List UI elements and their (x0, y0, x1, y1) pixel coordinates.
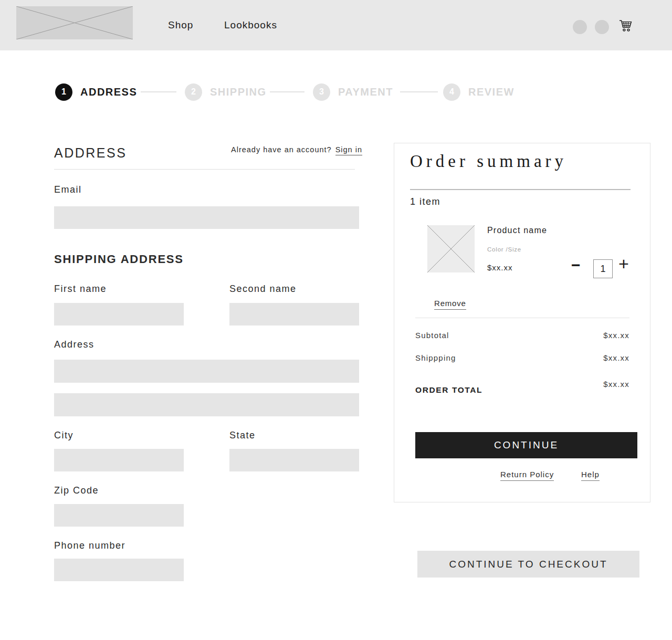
subtotal-value: $xx.xx (603, 331, 629, 340)
second-name-field[interactable] (229, 303, 359, 326)
quantity-decrease-button[interactable]: − (571, 257, 581, 273)
section-divider (54, 169, 355, 170)
image-placeholder-x-icon (427, 225, 475, 272)
cart-icon[interactable] (618, 18, 633, 34)
phone-number-label: Phone number (54, 540, 125, 551)
help-link[interactable]: Help (581, 470, 600, 481)
zip-code-label: Zip Code (54, 485, 99, 496)
address-line2-field[interactable] (54, 393, 359, 416)
step-label: PAYMENT (338, 86, 393, 98)
stepper-step-shipping[interactable]: 2 SHIPPING (185, 83, 267, 101)
signin-prompt-text: Already have an account? (231, 145, 332, 154)
order-total-value: $xx.xx (603, 380, 629, 389)
product-price: $xx.xx (487, 263, 513, 272)
continue-to-checkout-button[interactable]: CONTINUE TO CHECKOUT (417, 551, 639, 578)
summary-divider (415, 318, 629, 318)
title-divider (410, 189, 631, 190)
continue-button[interactable]: CONTINUE (415, 432, 637, 458)
dot-placeholder-icon[interactable] (573, 20, 587, 34)
zip-code-field[interactable] (54, 504, 184, 527)
quantity-increase-button[interactable]: + (618, 255, 629, 272)
city-field[interactable] (54, 449, 184, 471)
address-form: ADDRESS Already have an account?Sign in … (54, 141, 359, 587)
logo-placeholder[interactable] (16, 6, 133, 39)
email-label: Email (54, 184, 82, 195)
step-number-badge: 4 (443, 83, 460, 101)
order-total-label: ORDER TOTAL (415, 385, 482, 395)
dot-placeholder-icon[interactable] (595, 20, 609, 34)
stepper-connector (400, 91, 438, 92)
order-summary-card: Order summary 1 item Product name Color … (394, 143, 650, 502)
shipping-value: $xx.xx (603, 353, 629, 362)
stepper-step-payment[interactable]: 3 PAYMENT (313, 83, 393, 101)
phone-number-field[interactable] (54, 559, 184, 581)
item-count: 1 item (410, 196, 440, 207)
step-number-badge: 3 (313, 83, 330, 101)
step-label: ADDRESS (80, 86, 137, 98)
nav-link-shop[interactable]: Shop (168, 0, 193, 50)
address-section-title: ADDRESS (54, 145, 127, 161)
stepper-step-address[interactable]: 1 ADDRESS (55, 83, 137, 101)
image-placeholder-x-icon (16, 6, 133, 39)
signin-prompt: Already have an account?Sign in (231, 145, 362, 154)
shipping-address-section-title: SHIPPING ADDRESS (54, 253, 184, 266)
product-thumbnail (427, 225, 475, 272)
address-label: Address (54, 339, 94, 350)
step-label: REVIEW (468, 86, 514, 98)
address-line1-field[interactable] (54, 360, 359, 383)
step-label: SHIPPING (210, 86, 267, 98)
state-field[interactable] (229, 449, 359, 471)
stepper-connector (141, 91, 176, 92)
stepper-step-review[interactable]: 4 REVIEW (443, 83, 514, 101)
product-name: Product name (487, 226, 547, 235)
signin-link[interactable]: Sign in (335, 145, 362, 155)
nav-link-lookbooks[interactable]: Lookbooks (224, 0, 277, 50)
subtotal-label: Subtotal (415, 331, 449, 340)
quantity-input[interactable]: 1 (593, 259, 613, 278)
remove-item-link[interactable]: Remove (434, 299, 466, 310)
return-policy-link[interactable]: Return Policy (500, 470, 554, 481)
shipping-label: Shippping (415, 353, 456, 362)
city-label: City (54, 430, 74, 441)
step-number-badge: 1 (55, 83, 72, 101)
first-name-label: First name (54, 284, 107, 295)
product-variant: Color /Size (487, 246, 521, 253)
order-summary-title: Order summary (410, 152, 567, 171)
stepper-connector (270, 91, 304, 92)
email-field[interactable] (54, 206, 359, 229)
state-label: State (229, 430, 256, 441)
first-name-field[interactable] (54, 303, 184, 326)
second-name-label: Second name (229, 284, 297, 295)
header: Shop Lookbooks (0, 0, 672, 50)
step-number-badge: 2 (185, 83, 202, 101)
